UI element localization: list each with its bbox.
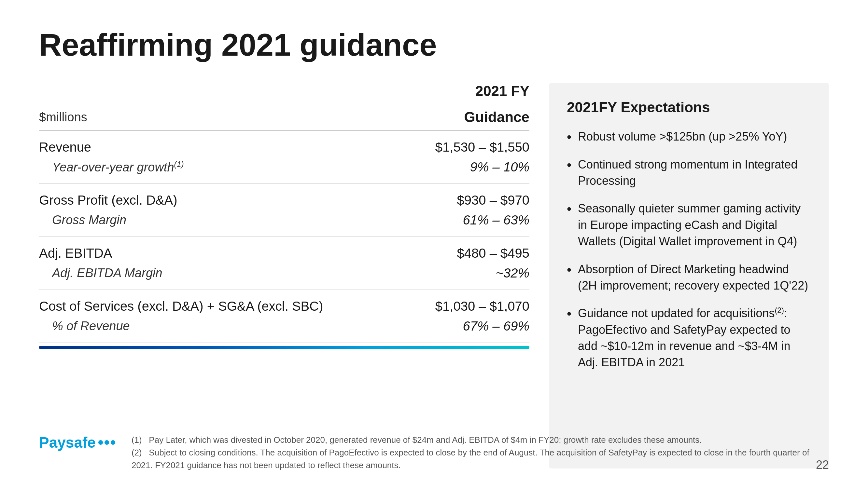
pct-revenue-label: % of Revenue	[39, 319, 130, 333]
guidance-header: Guidance	[406, 109, 529, 125]
expectation-text-4: Absorption of Direct Marketing headwind …	[578, 261, 811, 294]
content-area: 2021 FY $millions Guidance Revenue $1,53…	[39, 83, 829, 468]
logo-dot-3	[111, 440, 115, 445]
gross-profit-value: $930 – $970	[406, 193, 529, 207]
expectation-item-3: • Seasonally quieter summer gaming activ…	[567, 200, 811, 250]
gross-margin-row: Gross Margin 61% – 63%	[39, 210, 529, 237]
footer: Paysafe (1) Pay Later, which was diveste…	[39, 434, 829, 472]
logo-dots	[98, 440, 115, 445]
expectation-item-1: • Robust volume >$125bn (up >25% YoY)	[567, 129, 811, 145]
expectation-item-4: • Absorption of Direct Marketing headwin…	[567, 261, 811, 294]
cos-row: Cost of Services (excl. D&A) + SG&A (exc…	[39, 290, 529, 316]
millions-label: $millions	[39, 110, 87, 124]
bullet-2: •	[567, 158, 571, 172]
ebitda-row: Adj. EBITDA $480 – $495	[39, 237, 529, 263]
logo-dot-2	[104, 440, 109, 445]
yoy-growth-row: Year-over-year growth(1) 9% – 10%	[39, 157, 529, 184]
table-section: 2021 FY $millions Guidance Revenue $1,53…	[39, 83, 529, 468]
bullet-4: •	[567, 263, 571, 277]
footnotes: (1) Pay Later, which was divested in Oct…	[131, 434, 829, 472]
gross-profit-row: Gross Profit (excl. D&A) $930 – $970	[39, 184, 529, 210]
expectation-text-5: Guidance not updated for acquisitions(2)…	[578, 305, 811, 371]
bullet-5: •	[567, 306, 571, 321]
cos-value: $1,030 – $1,070	[406, 299, 529, 314]
logo-dot-1	[98, 440, 103, 445]
logo-text: Paysafe	[39, 434, 96, 451]
expectation-text-2: Continued strong momentum in Integrated …	[578, 157, 811, 189]
ebitda-margin-label: Adj. EBITDA Margin	[39, 266, 162, 280]
footnote-1: (1) Pay Later, which was divested in Oct…	[131, 434, 829, 446]
fy-label: 2021 FY	[406, 83, 529, 99]
expectation-item-2: • Continued strong momentum in Integrate…	[567, 157, 811, 189]
paysafe-logo: Paysafe	[39, 434, 115, 451]
bottom-bar	[39, 346, 529, 349]
yoy-label: Year-over-year growth(1)	[39, 160, 184, 174]
revenue-label: Revenue	[39, 140, 91, 155]
slide: Reaffirming 2021 guidance 2021 FY $milli…	[0, 0, 868, 488]
expectation-text-3: Seasonally quieter summer gaming activit…	[578, 200, 811, 250]
ebitda-label: Adj. EBITDA	[39, 246, 112, 261]
table-subheader: $millions Guidance	[39, 102, 529, 131]
cos-label: Cost of Services (excl. D&A) + SG&A (exc…	[39, 299, 323, 314]
expectation-item-5: • Guidance not updated for acquisitions(…	[567, 305, 811, 371]
gross-margin-value: 61% – 63%	[406, 213, 529, 227]
pct-revenue-row: % of Revenue 67% – 69%	[39, 316, 529, 343]
bullet-3: •	[567, 202, 571, 216]
gross-profit-label: Gross Profit (excl. D&A)	[39, 193, 178, 207]
expectations-title: 2021FY Expectations	[567, 99, 811, 116]
ebitda-margin-value: ~32%	[406, 266, 529, 281]
footnote-2: (2) Subject to closing conditions. The a…	[131, 446, 829, 472]
pct-revenue-value: 67% – 69%	[406, 319, 529, 333]
table-header-row: 2021 FY	[39, 83, 529, 102]
gross-margin-label: Gross Margin	[39, 213, 126, 227]
yoy-value: 9% – 10%	[406, 160, 529, 174]
page-title: Reaffirming 2021 guidance	[39, 26, 829, 63]
revenue-value: $1,530 – $1,550	[406, 140, 529, 155]
expectations-section: 2021FY Expectations • Robust volume >$12…	[549, 83, 829, 468]
bullet-1: •	[567, 130, 571, 144]
revenue-row: Revenue $1,530 – $1,550	[39, 131, 529, 157]
page-number: 22	[816, 458, 829, 472]
ebitda-value: $480 – $495	[406, 246, 529, 261]
expectation-text-1: Robust volume >$125bn (up >25% YoY)	[578, 129, 787, 145]
ebitda-margin-row: Adj. EBITDA Margin ~32%	[39, 263, 529, 290]
